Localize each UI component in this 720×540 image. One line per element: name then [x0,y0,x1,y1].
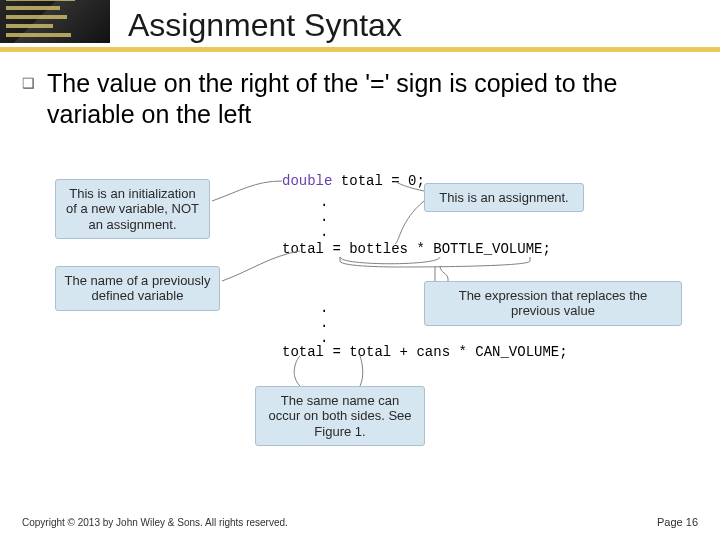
ellipsis-1: ... [320,195,328,241]
bullet-text: The value on the right of the '=' sign i… [47,68,680,131]
slide-header: Assignment Syntax [0,0,720,52]
bullet-row: ❑ The value on the right of the '=' sign… [0,52,720,131]
slide-title: Assignment Syntax [128,9,402,43]
bullet-marker-icon: ❑ [22,75,35,91]
code-line-2: total = bottles * BOTTLE_VOLUME; [282,241,551,257]
footer-page-number: Page 16 [657,516,698,528]
diagram-area: This is an initialization of a new varia… [0,131,720,471]
header-decorative-image [0,0,110,43]
callout-expression: The expression that replaces the previou… [424,281,682,326]
footer-copyright: Copyright © 2013 by John Wiley & Sons. A… [22,517,288,528]
ellipsis-2: ... [320,301,328,347]
code-line-1: double total = 0; [282,173,425,189]
callout-same-name: The same name can occur on both sides. S… [255,386,425,447]
callout-assignment: This is an assignment. [424,183,584,213]
callout-initialization: This is an initialization of a new varia… [55,179,210,240]
callout-previous-variable: The name of a previously defined variabl… [55,266,220,311]
code-line-3: total = total + cans * CAN_VOLUME; [282,344,568,360]
